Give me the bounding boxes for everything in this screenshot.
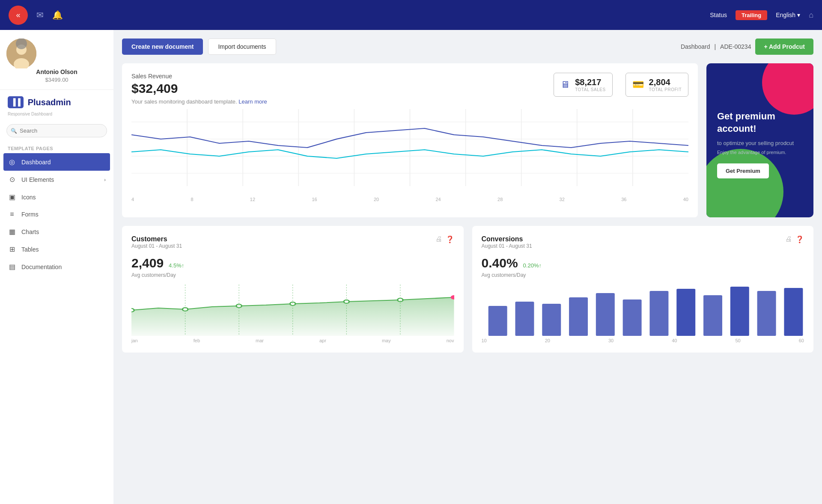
language-selector[interactable]: English ▾ xyxy=(776,12,800,18)
trailing-badge: Trailing xyxy=(736,10,767,20)
sidebar-item-label: Tables xyxy=(21,246,39,253)
customers-value: 2,409 xyxy=(131,256,164,270)
sidebar-item-charts[interactable]: ▦ Charts xyxy=(0,223,113,240)
sales-value: $32,409 xyxy=(131,81,267,96)
x-label: 10 xyxy=(482,338,487,343)
x-label: 36 xyxy=(621,197,626,202)
sales-title: Sales Revenue xyxy=(131,73,267,80)
print-icon[interactable]: 🖨 xyxy=(785,235,792,243)
x-label: 4 xyxy=(131,197,134,202)
bell-icon[interactable]: 🔔 xyxy=(52,10,63,20)
customers-header: Customers August 01 - August 31 🖨 ❓ xyxy=(131,235,454,254)
breadcrumb-page: Dashboard xyxy=(681,43,710,50)
x-label: 32 xyxy=(560,197,565,202)
total-profit-value: 2,804 xyxy=(649,77,682,87)
chevron-down-icon: ▾ xyxy=(797,12,800,18)
import-documents-button[interactable]: Import documents xyxy=(208,39,276,55)
svg-rect-38 xyxy=(730,287,749,336)
conversions-avg-label: Avg customers/Day xyxy=(482,272,804,278)
customers-avg-label: Avg customers/Day xyxy=(131,272,454,278)
customers-date: August 01 - August 31 xyxy=(131,243,182,249)
total-sales-value: $8,217 xyxy=(575,77,605,87)
conversions-actions: 🖨 ❓ xyxy=(785,235,804,243)
x-label: 40 xyxy=(683,197,688,202)
sidebar-item-tables[interactable]: ⊞ Tables xyxy=(0,240,113,258)
add-product-button[interactable]: + Add Prodcut xyxy=(755,39,813,55)
get-premium-button[interactable]: Get Premium xyxy=(717,163,769,178)
chart-x-labels: 4 8 12 16 20 24 28 32 36 40 xyxy=(131,195,688,202)
language-label: English xyxy=(776,12,795,18)
forms-icon: ≡ xyxy=(8,210,16,218)
documentation-icon: ▤ xyxy=(8,263,16,271)
help-icon[interactable]: ❓ xyxy=(795,235,804,243)
tables-icon: ⊞ xyxy=(8,245,16,253)
sales-subtitle: Your sales monitoring dashboard template… xyxy=(131,98,267,105)
monitor-icon: 🖥 xyxy=(560,79,570,90)
breadcrumb-code: ADE-00234 xyxy=(720,43,751,50)
customers-chart xyxy=(131,285,454,336)
chevron-right-icon: › xyxy=(104,177,106,182)
x-label: apr xyxy=(319,338,326,343)
profile-balance: $3499.00 xyxy=(6,77,107,83)
home-icon[interactable]: ⌂ xyxy=(809,11,813,20)
mail-icon[interactable]: ✉ xyxy=(36,10,44,20)
total-sales-info: $8,217 TOTAL SALES xyxy=(575,77,605,92)
nav-section-title: TEMPLATE PAGES xyxy=(0,142,113,153)
create-document-button[interactable]: Create new document xyxy=(122,39,203,55)
charts-icon: ▦ xyxy=(8,228,16,236)
metrics-row: 🖥 $8,217 TOTAL SALES 💳 2,804 xyxy=(554,73,688,97)
sidebar-item-label: Forms xyxy=(21,211,39,218)
conversions-header: Conversions August 01 - August 31 🖨 ❓ xyxy=(482,235,804,254)
top-cards-row: Sales Revenue $32,409 Your sales monitor… xyxy=(122,63,813,217)
svg-rect-35 xyxy=(649,291,668,336)
sidebar-item-documentation[interactable]: ▤ Documentation xyxy=(0,258,113,276)
conversions-change: 0.20%↑ xyxy=(523,262,542,269)
sidebar-item-dashboard[interactable]: ◎ Dashboard xyxy=(3,153,110,171)
search-input[interactable] xyxy=(6,124,107,137)
svg-rect-36 xyxy=(676,289,695,336)
sales-revenue-card: Sales Revenue $32,409 Your sales monitor… xyxy=(122,63,698,217)
conversions-date: August 01 - August 31 xyxy=(482,243,532,249)
customers-title-group: Customers August 01 - August 31 xyxy=(131,235,182,254)
x-label: 28 xyxy=(497,197,503,202)
search-container: 🔍 xyxy=(6,124,107,137)
total-profit-info: 2,804 TOTAL PROFIT xyxy=(649,77,682,92)
svg-rect-30 xyxy=(515,302,534,336)
customers-actions: 🖨 ❓ xyxy=(435,235,454,243)
sidebar-item-ui-elements[interactable]: ⊙ UI Elements › xyxy=(0,171,113,188)
premium-title: Get premium account! xyxy=(717,110,803,135)
conversions-x-labels: 10 20 30 40 50 60 xyxy=(482,336,804,343)
sidebar-item-forms[interactable]: ≡ Forms xyxy=(0,206,113,223)
help-icon[interactable]: ❓ xyxy=(446,235,454,243)
svg-rect-32 xyxy=(569,297,588,336)
profile-section: Antonio Olson $3499.00 xyxy=(0,30,113,90)
svg-point-3 xyxy=(16,39,27,49)
x-label: 20 xyxy=(545,338,550,343)
logo-name: Plusadmin xyxy=(28,98,71,107)
sidebar-toggle-button[interactable]: « xyxy=(9,6,28,25)
svg-rect-33 xyxy=(596,293,614,336)
svg-point-17 xyxy=(131,308,134,312)
sidebar-item-icons[interactable]: ▣ Icons xyxy=(0,188,113,206)
sidebar: Antonio Olson $3499.00 ▐▐ Plusadmin Resp… xyxy=(0,30,113,504)
conversions-title: Conversions xyxy=(482,235,532,243)
sales-info: Sales Revenue $32,409 Your sales monitor… xyxy=(131,73,267,105)
profit-icon: 💳 xyxy=(632,79,644,90)
ui-elements-icon: ⊙ xyxy=(8,175,16,184)
print-icon[interactable]: 🖨 xyxy=(435,235,442,243)
breadcrumb: Dashboard | ADE-00234 + Add Prodcut xyxy=(681,39,813,55)
x-label: 20 xyxy=(374,197,379,202)
customers-title: Customers xyxy=(131,235,182,243)
customers-change: 4.5%↑ xyxy=(169,262,184,269)
x-label: 50 xyxy=(736,338,741,343)
premium-content: Get premium account! to optimize your se… xyxy=(717,110,803,178)
conversions-title-group: Conversions August 01 - August 31 xyxy=(482,235,532,254)
x-label: may xyxy=(382,338,391,343)
logo-area: ▐▐ Plusadmin xyxy=(0,90,113,112)
content-header: Create new document Import documents Das… xyxy=(122,39,813,55)
conversions-card: Conversions August 01 - August 31 🖨 ❓ 0.… xyxy=(472,226,814,353)
conversions-value: 0.40% xyxy=(482,256,518,270)
learn-more-link[interactable]: Learn more xyxy=(238,98,267,105)
main-header: « ✉ 🔔 Status Trailing English ▾ ⌂ xyxy=(0,0,822,30)
profile-name: Antonio Olson xyxy=(6,68,107,75)
